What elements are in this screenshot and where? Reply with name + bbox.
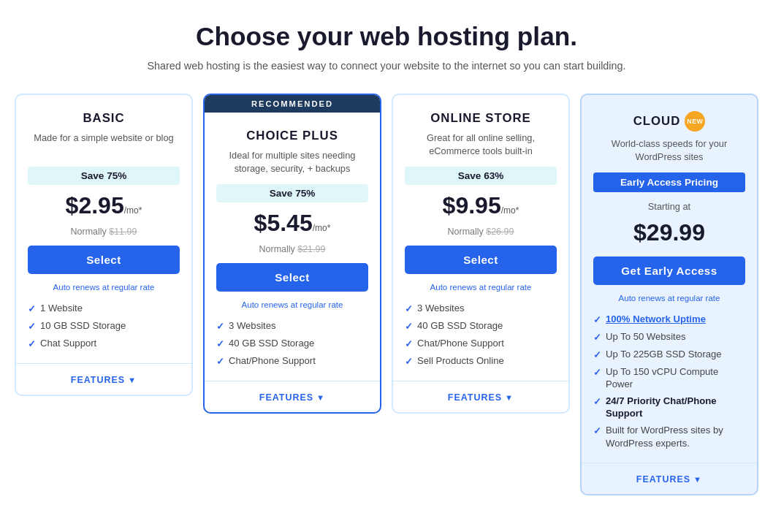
select-button-online-store[interactable]: Select (405, 246, 557, 274)
price-main: $9.95 (443, 192, 501, 218)
plan-footer: FEATURES ▼ (393, 381, 568, 412)
check-icon: ✓ (28, 320, 36, 332)
price-normal: Normally $11.99 (28, 227, 180, 237)
feature-item: ✓ Up To 150 vCPU Compute Power (593, 365, 745, 390)
price-main: $5.45 (254, 210, 313, 236)
auto-renew: Auto renews at regular rate (405, 283, 557, 292)
feature-item: ✓ Built for WordPress sites by WordPress… (593, 424, 745, 449)
plan-name: BASIC (28, 111, 180, 126)
plan-name: CLOUD NEW (593, 111, 745, 132)
price-period: /mo* (124, 205, 142, 216)
check-icon: ✓ (593, 395, 601, 408)
price-main: $29.99 (633, 219, 705, 246)
price-period: /mo* (501, 205, 519, 216)
plan-footer: FEATURES ▼ (582, 463, 757, 494)
recommended-badge: RECOMMENDED (205, 95, 380, 113)
save-banner: Save 75% (216, 184, 368, 202)
check-icon: ✓ (28, 303, 36, 315)
check-icon: ✓ (593, 349, 601, 361)
price-row: $2.95/mo* (28, 192, 180, 219)
feature-item: ✓ 10 GB SSD Storage (28, 319, 180, 332)
check-icon: ✓ (28, 338, 36, 350)
feature-item: ✓ 24/7 Priority Chat/Phone Support (593, 395, 745, 419)
plan-footer: FEATURES ▼ (205, 381, 380, 412)
features-toggle-online-store[interactable]: FEATURES ▼ (448, 392, 514, 403)
save-banner: Save 75% (28, 167, 180, 185)
feature-item: ✓ 40 GB SSD Storage (405, 319, 557, 332)
check-icon: ✓ (593, 314, 601, 326)
price-period: /mo* (313, 223, 331, 233)
check-icon: ✓ (216, 355, 224, 368)
plan-card-choice-plus: RECOMMENDEDCHOICE PLUSIdeal for multiple… (203, 94, 381, 414)
check-icon: ✓ (216, 338, 224, 350)
check-icon: ✓ (593, 331, 601, 343)
early-access-banner: Early Access Pricing (593, 172, 745, 192)
feature-item: ✓ Up To 225GB SSD Storage (593, 348, 745, 361)
price-row: $5.45/mo* (216, 210, 368, 237)
feature-item: ✓ Sell Products Online (405, 354, 557, 368)
features-toggle-cloud[interactable]: FEATURES ▼ (636, 474, 702, 484)
features-list: ✓ 1 Website ✓ 10 GB SSD Storage ✓ Chat S… (28, 302, 180, 350)
features-list: ✓ 3 Websites ✓ 40 GB SSD Storage ✓ Chat/… (216, 319, 368, 368)
features-toggle-basic[interactable]: FEATURES ▼ (71, 375, 137, 385)
check-icon: ✓ (405, 355, 413, 368)
auto-renew: Auto renews at regular rate (216, 300, 368, 309)
chevron-down-icon: ▼ (128, 376, 137, 384)
save-banner: Save 63% (405, 167, 557, 185)
select-button-basic[interactable]: Select (28, 246, 180, 274)
plan-desc: Ideal for multiple sites needing storage… (216, 149, 368, 178)
features-list: ✓ 3 Websites ✓ 40 GB SSD Storage ✓ Chat/… (405, 302, 557, 368)
feature-item: ✓ 3 Websites (216, 319, 368, 332)
plan-name: CHOICE PLUS (216, 129, 368, 143)
plan-name: ONLINE STORE (405, 111, 557, 126)
page-subtitle: Shared web hosting is the easiest way to… (15, 60, 758, 72)
check-icon: ✓ (405, 320, 413, 332)
auto-renew: Auto renews at regular rate (593, 294, 745, 303)
plan-card-basic: BASICMade for a simple website or blogSa… (15, 94, 193, 396)
price-normal: Normally $26.99 (405, 227, 557, 237)
price-main: $2.95 (66, 192, 124, 218)
feature-item: ✓ Chat/Phone Support (405, 337, 557, 350)
plan-card-cloud: CLOUD NEW World-class speeds for your Wo… (580, 94, 758, 495)
auto-renew: Auto renews at regular rate (28, 283, 180, 292)
feature-item: ✓ Up To 50 Websites (593, 330, 745, 343)
feature-item: ✓ 100% Network Uptime (593, 313, 745, 326)
check-icon: ✓ (405, 338, 413, 350)
chevron-down-icon: ▼ (316, 393, 325, 402)
feature-item: ✓ Chat/Phone Support (216, 354, 368, 368)
price-row: $29.99 (593, 219, 745, 246)
price-normal: Normally $21.99 (216, 244, 368, 254)
check-icon: ✓ (216, 320, 224, 332)
feature-item: ✓ 1 Website (28, 302, 180, 315)
chevron-down-icon: ▼ (505, 393, 514, 402)
features-toggle-choice-plus[interactable]: FEATURES ▼ (259, 392, 325, 403)
plans-grid: BASICMade for a simple website or blogSa… (15, 94, 758, 495)
select-button-cloud[interactable]: Get Early Access (593, 256, 745, 285)
feature-item: ✓ 40 GB SSD Storage (216, 337, 368, 350)
plan-desc: Made for a simple website or blog (28, 132, 180, 161)
chevron-down-icon: ▼ (693, 475, 702, 484)
check-icon: ✓ (593, 425, 601, 437)
select-button-choice-plus[interactable]: Select (216, 263, 368, 292)
plan-footer: FEATURES ▼ (16, 363, 191, 395)
features-list: ✓ 100% Network Uptime ✓ Up To 50 Website… (593, 313, 745, 449)
plan-desc: Great for all online selling, eCommerce … (405, 132, 557, 161)
feature-item: ✓ Chat Support (28, 337, 180, 350)
page-title: Choose your web hosting plan. (15, 22, 758, 51)
plan-desc: World-class speeds for your WordPress si… (593, 137, 745, 167)
new-badge: NEW (685, 111, 705, 132)
starting-at: Starting at (593, 201, 745, 212)
price-row: $9.95/mo* (405, 192, 557, 219)
feature-item: ✓ 3 Websites (405, 302, 557, 315)
plan-card-online-store: ONLINE STOREGreat for all online selling… (392, 94, 570, 414)
check-icon: ✓ (593, 366, 601, 379)
check-icon: ✓ (405, 303, 413, 315)
